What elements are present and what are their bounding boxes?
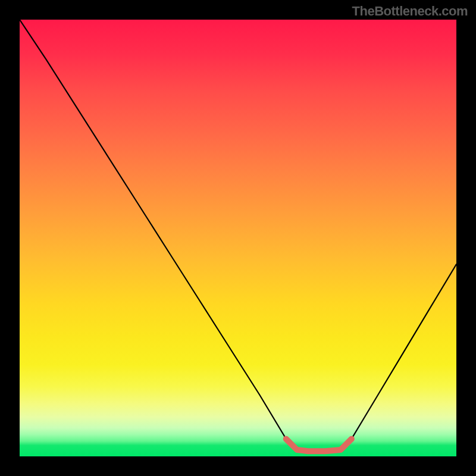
bottleneck-curve-path <box>20 20 456 451</box>
watermark-text: TheBottleneck.com <box>352 4 468 19</box>
chart-svg <box>20 20 456 456</box>
chart-plot-area <box>20 20 456 456</box>
optimal-band-path <box>286 439 352 452</box>
